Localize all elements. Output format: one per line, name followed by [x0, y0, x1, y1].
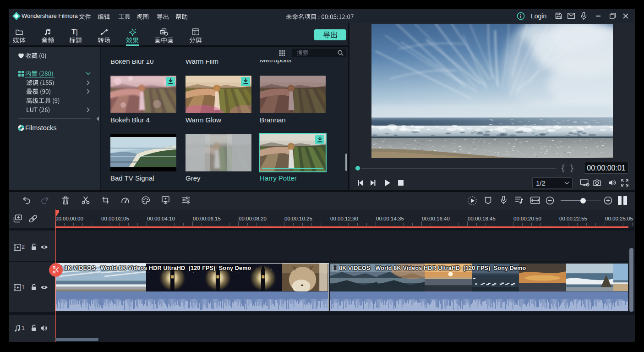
svg-text:00:00:18:45: 00:00:18:45 — [468, 216, 496, 221]
svg-text:00:00:14:35: 00:00:14:35 — [376, 216, 404, 221]
svg-text:00:00:22:55: 00:00:22:55 — [559, 216, 587, 221]
svg-text:00:00:04:10: 00:00:04:10 — [147, 216, 175, 221]
svg-text:00:00:08:20: 00:00:08:20 — [239, 216, 267, 221]
svg-text:00:00:12:30: 00:00:12:30 — [330, 216, 358, 221]
svg-text:00:00:06:15: 00:00:06:15 — [193, 216, 221, 221]
svg-text:00:00:10:25: 00:00:10:25 — [284, 216, 312, 221]
svg-text:00:00:16:40: 00:00:16:40 — [422, 216, 450, 221]
svg-text:00:00:00:00: 00:00:00:00 — [55, 216, 83, 221]
svg-text:00:00:25:05: 00:00:25:05 — [605, 216, 633, 221]
svg-text:00:00:02:05: 00:00:02:05 — [101, 216, 129, 221]
svg-text:00:00:20:50: 00:00:20:50 — [513, 216, 541, 221]
